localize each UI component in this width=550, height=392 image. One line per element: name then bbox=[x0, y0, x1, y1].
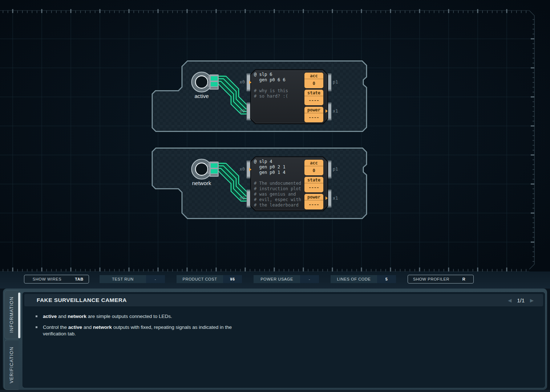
circuit-canvas bbox=[0, 0, 550, 271]
board-active[interactable] bbox=[152, 61, 367, 131]
info-panel-header: FAKE SURVEILLANCE CAMERA ◀ 1/1 ▶ bbox=[24, 294, 543, 306]
button-value: - bbox=[146, 275, 165, 283]
show-profiler-button[interactable]: SHOW PROFILERR bbox=[408, 275, 474, 283]
test-run-button[interactable]: TEST RUN- bbox=[100, 275, 165, 283]
info-panel-body: active and network are simple outputs co… bbox=[35, 313, 537, 342]
chip[interactable] bbox=[247, 70, 331, 124]
page-next-icon[interactable]: ▶ bbox=[530, 298, 534, 303]
tab-label: INFORMATION bbox=[9, 297, 14, 333]
button-value: ¥6 bbox=[223, 275, 242, 283]
led-active[interactable] bbox=[192, 72, 219, 92]
button-label: TEST RUN bbox=[100, 275, 146, 283]
button-label: LINES OF CODE bbox=[331, 275, 377, 283]
list-item: active and network are simple outputs co… bbox=[35, 313, 537, 320]
shenzhen-io-screen: active@ slp 6 gen p0 6 6 # why is this# … bbox=[0, 0, 550, 392]
list-item: Control the active and network outputs w… bbox=[35, 324, 537, 337]
bullet-icon bbox=[36, 315, 37, 317]
bullet-text: Control the active and network outputs w… bbox=[43, 324, 236, 337]
button-value: TAB bbox=[70, 275, 89, 283]
button-value: 5 bbox=[377, 275, 396, 283]
button-label: PRODUCT COST bbox=[177, 275, 223, 283]
page-indicator: 1/1 bbox=[517, 297, 525, 303]
tab-information[interactable]: INFORMATION bbox=[4, 290, 19, 339]
show-wires-button[interactable]: SHOW WIRESTAB bbox=[24, 275, 89, 283]
button-value: R bbox=[454, 275, 473, 283]
button-label: POWER USAGE bbox=[254, 275, 300, 283]
bottom-toolbar: SHOW WIRESTABTEST RUN-PRODUCT COST¥6POWE… bbox=[0, 271, 550, 289]
button-label: SHOW WIRES bbox=[24, 275, 70, 283]
tab-label: VERIFICATION bbox=[9, 347, 14, 383]
puzzle-title: FAKE SURVEILLANCE CAMERA bbox=[37, 297, 127, 303]
tab-verification[interactable]: VERIFICATION bbox=[4, 340, 19, 390]
grid bbox=[0, 9, 534, 271]
button-label: SHOW PROFILER bbox=[408, 275, 454, 283]
led-network[interactable] bbox=[192, 159, 219, 179]
lines-of-code-button[interactable]: LINES OF CODE5 bbox=[331, 275, 396, 283]
bullet-icon bbox=[36, 326, 37, 328]
power-usage-button[interactable]: POWER USAGE- bbox=[254, 275, 319, 283]
bullet-text: active and network are simple outputs co… bbox=[43, 313, 172, 320]
product-cost-button[interactable]: PRODUCT COST¥6 bbox=[177, 275, 242, 283]
chip[interactable] bbox=[247, 157, 331, 211]
info-panel: FAKE SURVEILLANCE CAMERA ◀ 1/1 ▶ active … bbox=[23, 292, 545, 388]
page-prev-icon[interactable]: ◀ bbox=[508, 298, 511, 303]
button-value: - bbox=[300, 275, 319, 283]
active-tab-indicator[interactable] bbox=[18, 293, 20, 338]
frame-bottom-edge bbox=[0, 390, 550, 392]
board-network[interactable] bbox=[152, 148, 367, 219]
pager: ◀ 1/1 ▶ bbox=[508, 297, 534, 303]
